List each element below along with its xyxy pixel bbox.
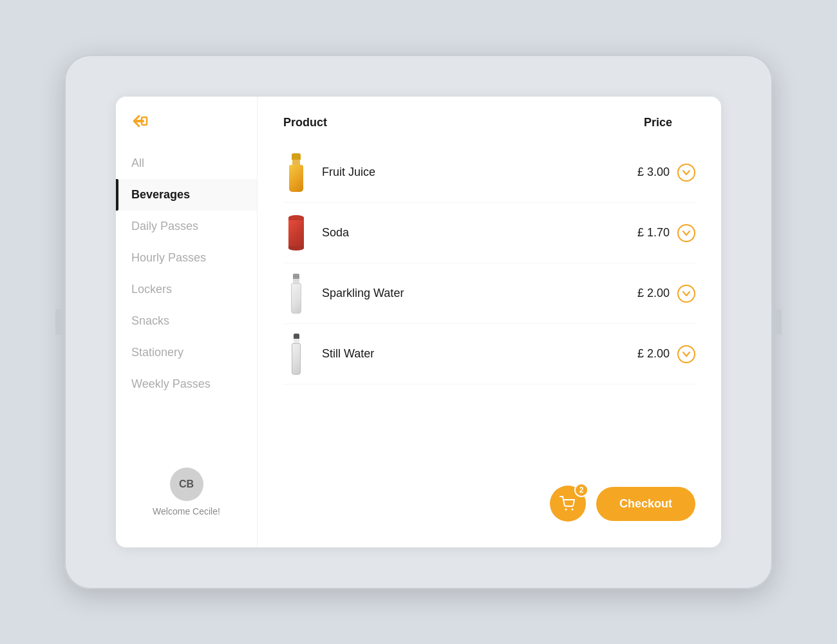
- table-header-price: Price: [644, 116, 672, 129]
- product-image-still-water: [283, 333, 309, 375]
- sidebar-item-weekly-passes[interactable]: Weekly Passes: [116, 368, 257, 400]
- product-price-soda: £ 1.70: [637, 226, 670, 240]
- product-name-soda: Soda: [322, 226, 637, 240]
- product-image-soda: [283, 212, 309, 254]
- cart-badge: 2: [574, 483, 588, 497]
- cart-button[interactable]: 2: [550, 486, 586, 522]
- product-image-fruit-juice: [283, 151, 309, 193]
- table-row: Sparkling Water £ 2.00: [283, 263, 695, 324]
- sidebar-footer: CB Welcome Cecile!: [116, 452, 257, 532]
- chevron-down-button-still-water[interactable]: [677, 345, 695, 363]
- sidebar-item-snacks[interactable]: Snacks: [116, 305, 257, 337]
- tablet-right-button: [773, 309, 782, 335]
- sidebar-item-lockers[interactable]: Lockers: [116, 274, 257, 305]
- sidebar-item-beverages[interactable]: Beverages: [116, 179, 257, 211]
- back-icon[interactable]: [131, 112, 149, 135]
- sidebar-nav: All Beverages Daily Passes Hourly Passes…: [116, 147, 257, 452]
- chevron-down-button-soda[interactable]: [677, 224, 695, 242]
- avatar: CB: [170, 468, 203, 501]
- sidebar-item-stationery[interactable]: Stationery: [116, 337, 257, 368]
- checkout-button[interactable]: Checkout: [596, 487, 695, 521]
- tablet-left-button: [55, 309, 64, 335]
- sidebar-item-hourly-passes[interactable]: Hourly Passes: [116, 242, 257, 274]
- app-body: All Beverages Daily Passes Hourly Passes…: [116, 97, 721, 547]
- product-name-sparkling-water: Sparkling Water: [322, 287, 637, 300]
- table-row: Still Water £ 2.00: [283, 324, 695, 384]
- table-row: Fruit Juice £ 3.00: [283, 142, 695, 203]
- product-price-still-water: £ 2.00: [637, 347, 670, 361]
- product-price-fruit-juice: £ 3.00: [637, 166, 670, 179]
- product-name-still-water: Still Water: [322, 347, 637, 361]
- product-price-sparkling-water: £ 2.00: [637, 287, 670, 300]
- product-image-sparkling-water: [283, 272, 309, 314]
- chevron-down-button-fruit-juice[interactable]: [677, 164, 695, 182]
- sidebar-back[interactable]: [116, 112, 257, 147]
- main-content: Product Price Fruit Juice: [258, 97, 721, 547]
- table-header: Product Price: [283, 116, 695, 137]
- welcome-text: Welcome Cecile!: [153, 506, 220, 516]
- product-name-fruit-juice: Fruit Juice: [322, 166, 637, 179]
- app-container: All Beverages Daily Passes Hourly Passes…: [116, 97, 721, 547]
- bottom-bar: 2 Checkout: [283, 473, 695, 528]
- sidebar-item-all[interactable]: All: [116, 147, 257, 179]
- table-header-product: Product: [283, 116, 327, 129]
- sidebar: All Beverages Daily Passes Hourly Passes…: [116, 97, 258, 547]
- svg-point-3: [571, 509, 573, 511]
- svg-point-2: [565, 509, 567, 511]
- tablet-frame: All Beverages Daily Passes Hourly Passes…: [64, 55, 773, 589]
- chevron-down-button-sparkling-water[interactable]: [677, 285, 695, 303]
- table-row: Soda £ 1.70: [283, 203, 695, 263]
- sidebar-item-daily-passes[interactable]: Daily Passes: [116, 211, 257, 242]
- product-table: Product Price Fruit Juice: [283, 116, 695, 473]
